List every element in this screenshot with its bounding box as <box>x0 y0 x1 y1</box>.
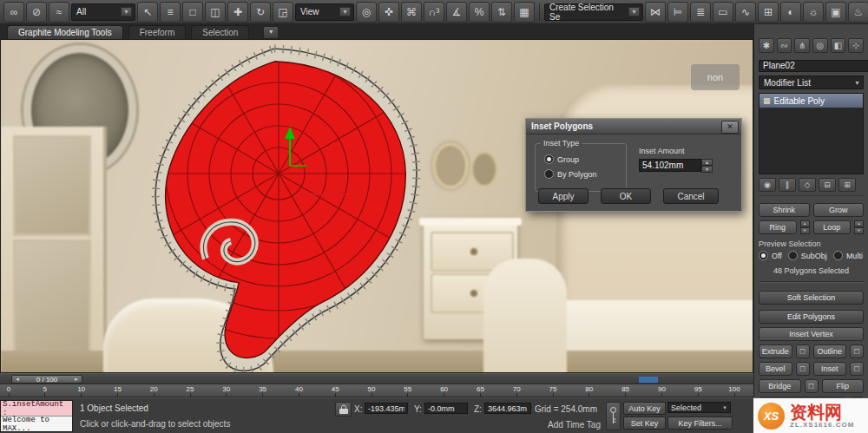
inset-button[interactable]: Inset <box>813 362 847 376</box>
tab-freeform[interactable]: Freeform <box>128 25 187 39</box>
modify-tab-icon[interactable]: ∾ <box>777 38 792 53</box>
preview-subobj-radio[interactable]: SubObj <box>788 251 827 260</box>
percent-snap-icon[interactable]: % <box>469 2 490 23</box>
spinner-up-icon[interactable]: ▲ <box>854 220 864 227</box>
select-and-link-icon[interactable]: ∞ <box>3 2 24 23</box>
layer-manager-icon[interactable]: ≣ <box>690 2 711 23</box>
rectangular-selection-region-icon[interactable]: □ <box>182 2 203 23</box>
soft-selection-rollout[interactable]: Soft Selection <box>759 291 864 305</box>
select-and-rotate-icon[interactable]: ↻ <box>250 2 271 23</box>
object-name-field[interactable] <box>759 60 868 72</box>
utilities-tab-icon[interactable]: ⊹ <box>848 38 864 53</box>
dialog-close-button[interactable]: ✕ <box>721 121 739 134</box>
time-slider-track[interactable]: ◄ 0 / 100 ► <box>0 373 753 384</box>
window-crossing-toggle-icon[interactable]: ◫ <box>205 2 226 23</box>
curve-editor-icon[interactable]: ∿ <box>735 2 756 23</box>
reference-coordinate-dropdown[interactable]: View ▼ <box>295 3 354 21</box>
spinner-down-icon[interactable]: ▼ <box>800 227 810 234</box>
use-pivot-point-center-icon[interactable]: ◎ <box>356 2 377 23</box>
align-icon[interactable]: ⊨ <box>667 2 688 23</box>
spinner-down-icon[interactable]: ▼ <box>701 166 713 173</box>
spinner-down-icon[interactable]: ▼ <box>854 227 864 234</box>
bind-to-space-warp-icon[interactable]: ≈ <box>49 2 69 23</box>
inset-amount-field[interactable] <box>639 159 701 172</box>
ribbon-collapse-button[interactable]: ▾ <box>263 26 279 39</box>
render-production-icon[interactable]: ♨ <box>848 2 868 23</box>
select-by-name-icon[interactable]: ≡ <box>160 2 181 23</box>
make-unique-icon[interactable]: ◇ <box>799 178 816 192</box>
show-end-result-icon[interactable]: ∥ <box>779 178 796 192</box>
bevel-button[interactable]: Bevel <box>759 362 792 376</box>
apply-button[interactable]: Apply <box>538 188 589 204</box>
selection-lock-button[interactable] <box>335 402 352 417</box>
selection-filter-dropdown[interactable]: All ▼ <box>71 3 135 21</box>
spinner-up-icon[interactable]: ▲ <box>800 220 810 227</box>
cancel-button[interactable]: Cancel <box>663 188 719 204</box>
pin-stack-icon[interactable]: ◉ <box>759 178 776 192</box>
insert-vertex-button[interactable]: Insert Vertex <box>759 327 864 341</box>
motion-tab-icon[interactable]: ◎ <box>812 38 828 53</box>
tab-graphite-modeling-tools[interactable]: Graphite Modeling Tools <box>7 25 123 39</box>
bevel-settings-button[interactable]: □ <box>796 362 810 376</box>
time-slider-handle[interactable]: ◄ 0 / 100 ► <box>11 375 82 384</box>
render-setup-icon[interactable]: ☼ <box>803 2 824 23</box>
tab-selection[interactable]: Selection <box>191 25 249 39</box>
keyboard-shortcut-override-icon[interactable]: ⌘ <box>401 2 422 23</box>
schematic-view-icon[interactable]: ⊞ <box>758 2 779 23</box>
extrude-settings-button[interactable]: □ <box>796 344 810 358</box>
angle-snap-icon[interactable]: ∡ <box>446 2 467 23</box>
auto-key-button[interactable]: Auto Key <box>623 402 666 415</box>
spinner-snap-icon[interactable]: ⇅ <box>491 2 512 23</box>
x-coord-field[interactable] <box>365 403 408 414</box>
select-and-manipulate-icon[interactable]: ✜ <box>378 2 399 23</box>
bridge-settings-button[interactable]: □ <box>805 379 819 393</box>
flip-button[interactable]: Flip <box>822 379 865 393</box>
edit-named-selection-sets-icon[interactable]: ▦ <box>514 2 535 23</box>
track-bar-ruler[interactable]: 0 5 10 15 20 25 30 35 <box>0 384 753 397</box>
radio-group[interactable]: Group <box>544 154 579 164</box>
inset-settings-button[interactable]: □ <box>850 362 864 376</box>
material-editor-icon[interactable]: ◐ <box>780 2 801 23</box>
radio-by-polygon[interactable]: By Polygon <box>544 169 597 179</box>
create-tab-icon[interactable]: ✱ <box>759 38 774 53</box>
edit-polygons-rollout[interactable]: Edit Polygons <box>759 310 864 324</box>
selection-set-key-dropdown[interactable]: Selected ▼ <box>667 402 731 413</box>
unlink-selection-icon[interactable]: ⊘ <box>26 2 47 23</box>
modifier-list-dropdown[interactable]: Modifier List ▼ <box>759 75 864 89</box>
outline-settings-button[interactable]: □ <box>850 344 864 358</box>
select-and-scale-icon[interactable]: ◲ <box>273 2 293 23</box>
preview-off-radio[interactable]: Off <box>759 251 782 260</box>
z-coord-field[interactable] <box>484 403 531 414</box>
remove-modifier-icon[interactable]: ⊟ <box>819 178 836 192</box>
maxscript-mini-listener[interactable]: S.insetAmount : Welcome to MAX... <box>0 400 73 432</box>
macro-recorder-row[interactable]: S.insetAmount : <box>1 401 72 417</box>
extrude-button[interactable]: Extrude <box>759 344 792 358</box>
stack-item-editable-poly[interactable]: ▦ Editable Poly <box>760 94 863 108</box>
spinner-up-icon[interactable]: ▲ <box>701 159 713 166</box>
loop-button[interactable]: Loop <box>813 220 852 234</box>
display-tab-icon[interactable]: ◧ <box>831 38 846 53</box>
bridge-button[interactable]: Bridge <box>759 379 801 393</box>
set-key-button[interactable]: Set Key <box>623 417 666 430</box>
next-frame-icon[interactable]: ► <box>74 377 79 382</box>
graphite-ribbon-toggle-icon[interactable]: ▭ <box>713 2 733 23</box>
ok-button[interactable]: OK <box>601 188 651 204</box>
select-object-icon[interactable]: ↖ <box>137 2 158 23</box>
set-keys-button[interactable] <box>606 402 621 430</box>
dialog-titlebar[interactable]: Inset Polygons <box>526 119 741 134</box>
previous-frame-icon[interactable]: ◄ <box>15 377 20 382</box>
named-selection-set-dropdown[interactable]: Create Selection Se ▼ <box>544 3 643 21</box>
select-and-move-icon[interactable]: ✚ <box>227 2 248 23</box>
outline-button[interactable]: Outline <box>813 344 847 358</box>
hierarchy-tab-icon[interactable]: ⋔ <box>794 38 810 53</box>
preview-multi-radio[interactable]: Multi <box>833 251 863 260</box>
configure-modifier-sets-icon[interactable]: ⊞ <box>838 178 856 192</box>
snaps-toggle-icon[interactable]: ∩³ <box>424 2 444 23</box>
grow-button[interactable]: Grow <box>813 203 865 217</box>
y-coord-field[interactable] <box>424 403 468 414</box>
key-filters-button[interactable]: Key Filters... <box>667 417 733 430</box>
shrink-button[interactable]: Shrink <box>759 203 810 217</box>
rendered-frame-window-icon[interactable]: ▣ <box>825 2 846 23</box>
add-time-tag[interactable]: Add Time Tag <box>548 420 601 430</box>
listener-row[interactable]: Welcome to MAX... <box>1 417 72 431</box>
